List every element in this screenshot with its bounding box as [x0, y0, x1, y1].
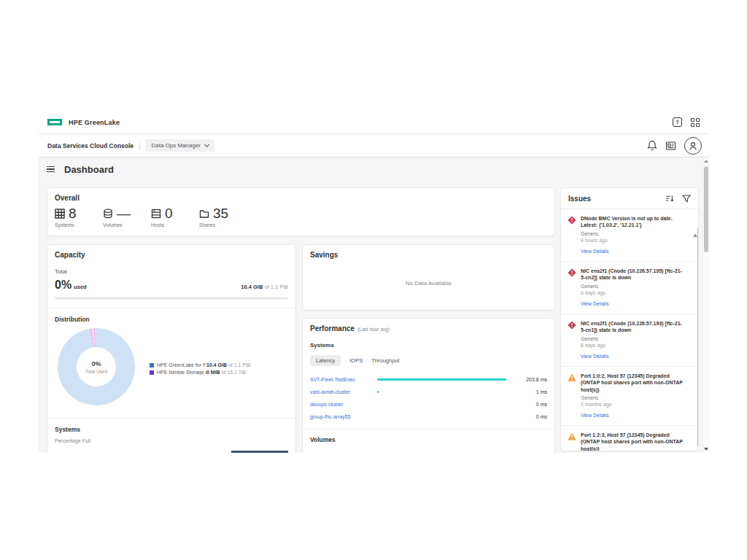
page-scrollbar-thumb[interactable] — [704, 166, 708, 252]
warning-icon — [568, 432, 576, 441]
stat-shares[interactable]: 35 Shares — [199, 206, 247, 228]
warning-icon — [568, 373, 576, 382]
stat-label: Systems — [55, 222, 103, 228]
stat-label: Volumes — [103, 222, 151, 228]
legend-value: 0 MiB of 15.1 TiB — [206, 370, 246, 375]
stat-value: — — [117, 206, 131, 220]
latency-bar — [377, 391, 379, 393]
view-details-link[interactable]: View Details — [581, 413, 608, 418]
page-scrollbar[interactable] — [703, 158, 708, 453]
issues-panel: Issues — [560, 187, 699, 451]
scroll-up-icon[interactable] — [704, 160, 708, 163]
system-link[interactable]: devops-cluster — [310, 402, 377, 407]
divider — [47, 418, 295, 419]
critical-icon — [568, 321, 576, 330]
system-link[interactable]: vast-avnet-cluster — [310, 389, 377, 394]
issue-title: NIC ens2f1 (Cnode (10.226.57.193) [ftc-2… — [581, 320, 686, 334]
critical-icon — [568, 216, 576, 225]
filter-icon[interactable] — [682, 195, 691, 203]
legend-swatch — [150, 363, 154, 368]
hpe-logo-icon — [47, 119, 62, 125]
issues-title: Issues — [568, 195, 665, 203]
donut-center-label: Total Used — [85, 369, 108, 374]
overall-title: Overall — [55, 194, 547, 202]
system-link[interactable]: SVT-Fleet-TestExec — [310, 377, 377, 382]
legend-item: HPE GreenLake for File... 10.4 GiB of 1.… — [150, 362, 250, 368]
stat-volumes[interactable]: — Volumes — [103, 206, 151, 228]
issue-title: Port 1:2:3, Host 57 (12345) Degraded (ON… — [581, 432, 686, 451]
latency-value: 203.8 ms — [514, 377, 547, 382]
savings-panel: Savings No Data Available — [302, 244, 555, 311]
legend-used: 10.4 GiB — [206, 362, 227, 368]
capacity-systems-title: Systems — [55, 426, 288, 433]
stat-systems[interactable]: 8 Systems — [55, 206, 103, 228]
legend-of: of 1.1 PiB — [228, 362, 250, 368]
issue-time: 6 days ago — [581, 290, 686, 295]
issue-item: NIC ens2f1 (Cnode (10.226.57.193) [ftc-2… — [561, 314, 698, 367]
release-notes-icon[interactable] — [665, 141, 676, 151]
app-selector-dropdown[interactable]: Data Ops Manager — [145, 139, 214, 152]
histogram-axis-label: Percentage Full — [55, 438, 288, 443]
legend-name: HPE Nimble Storage Al... — [157, 370, 206, 375]
performance-row: SVT-Fleet-TestExec 203.8 ms — [310, 373, 547, 386]
system-link[interactable]: group-fhc-array55 — [310, 414, 377, 419]
tab-iops[interactable]: IOPS — [349, 355, 363, 366]
histogram-bar-highlighted[interactable]: 6 — [231, 451, 288, 453]
issue-category: Generic — [581, 284, 686, 289]
systems-histogram: 0 0 0 6 — [55, 447, 288, 453]
dashboard-main: Dashboard Overall 8 Systems — [38, 158, 709, 453]
issues-scrollbar-thumb[interactable] — [697, 228, 699, 447]
issue-time: 6 days ago — [581, 343, 686, 348]
issue-time: 4 hours ago — [581, 238, 686, 243]
chevron-down-icon — [204, 142, 209, 147]
legend-value: 10.4 GiB of 1.1 PiB — [206, 362, 250, 368]
help-icon[interactable]: ? — [673, 117, 682, 127]
donut-center: 0% Total Used — [77, 347, 116, 386]
shares-icon — [199, 209, 209, 219]
capacity-used-value: 10.4 GiB — [241, 284, 263, 290]
capacity-progress-bar — [55, 297, 288, 300]
screen: HPE GreenLake ? Data Services Cloud Cons… — [0, 0, 747, 560]
global-header: HPE GreenLake ? — [38, 111, 709, 134]
issue-title: NIC ens2f1 (Cnode (10.226.57.195) [ftc-2… — [581, 268, 686, 281]
app-selector-label: Data Ops Manager — [151, 142, 201, 149]
performance-panel: Performance (Last hour avg) Systems Late… — [302, 318, 555, 453]
savings-empty-message: No Data Available — [303, 280, 554, 287]
performance-volumes-label: Volumes — [310, 436, 547, 443]
page-titlebar: Dashboard — [38, 158, 114, 181]
issue-item: Port 1:0:2, Host 57 (12345) Degraded (ON… — [561, 367, 698, 426]
brand-title: HPE GreenLake — [69, 119, 120, 126]
performance-row: devops-cluster 0 ms — [310, 398, 547, 411]
stat-hosts[interactable]: 0 Hosts — [151, 206, 199, 228]
latency-value: 0 ms — [514, 402, 547, 407]
performance-title: Performance — [310, 324, 355, 332]
capacity-usage-text: 10.4 GiB of 1.1 PiB — [241, 284, 288, 290]
stat-label: Shares — [199, 222, 247, 228]
performance-subtitle: (Last hour avg) — [357, 327, 390, 332]
tab-latency[interactable]: Latency — [310, 355, 341, 366]
view-details-link[interactable]: View Details — [581, 301, 608, 306]
volumes-icon — [103, 209, 113, 219]
scroll-down-icon[interactable] — [704, 448, 708, 451]
view-details-link[interactable]: View Details — [581, 354, 608, 359]
latency-value: 1 ms — [514, 389, 547, 394]
systems-icon — [55, 209, 65, 219]
sort-icon[interactable] — [665, 195, 674, 203]
menu-icon[interactable] — [47, 166, 55, 173]
app-window: HPE GreenLake ? Data Services Cloud Cons… — [38, 111, 709, 453]
donut-center-percent: 0% — [91, 360, 101, 368]
capacity-title: Capacity — [55, 251, 288, 259]
legend-of: of 15.1 TiB — [222, 370, 246, 375]
view-details-link[interactable]: View Details — [581, 249, 608, 254]
issue-category: Generic — [581, 336, 686, 341]
apps-grid-icon[interactable] — [691, 118, 700, 127]
capacity-used-label: used — [74, 284, 87, 290]
issue-title: DNode BMC Version is not up to date. Lat… — [581, 215, 686, 229]
user-avatar-icon[interactable] — [684, 137, 702, 155]
capacity-percent: 0% — [55, 279, 71, 292]
notifications-bell-icon[interactable] — [647, 140, 657, 151]
legend-swatch — [150, 370, 154, 375]
legend-used: 0 MiB — [206, 370, 220, 375]
tab-throughput[interactable]: Throughput — [371, 355, 399, 366]
issues-scrollbar[interactable] — [693, 222, 697, 448]
